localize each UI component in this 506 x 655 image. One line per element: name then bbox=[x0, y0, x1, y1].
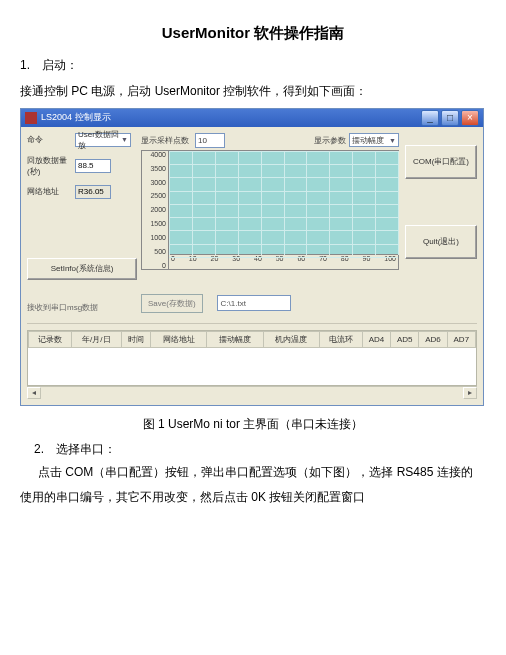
grid-line-v bbox=[306, 151, 307, 255]
grid-line-v bbox=[375, 151, 376, 255]
app-window: LS2004 控制显示 _ □ × 命令 User数据回放 ▼ 回放数据量(秒) bbox=[20, 108, 484, 406]
com-config-button[interactable]: COM(串口配置) bbox=[405, 145, 477, 179]
y-tick: 1000 bbox=[150, 234, 166, 241]
y-tick: 4000 bbox=[150, 151, 166, 158]
chart-plot: 0102030405060708090100 bbox=[169, 151, 398, 269]
table-header-cell: 网络地址 bbox=[151, 331, 207, 347]
grid-line-v bbox=[352, 151, 353, 255]
maximize-button[interactable]: □ bbox=[441, 110, 459, 126]
samples-label: 显示采样点数 bbox=[141, 135, 189, 146]
y-tick: 0 bbox=[162, 262, 166, 269]
display-param-value: 摆动幅度 bbox=[352, 135, 384, 146]
samples-value: 10 bbox=[198, 136, 207, 145]
display-param-label: 显示参数 bbox=[314, 135, 346, 146]
titlebar[interactable]: LS2004 控制显示 _ □ × bbox=[21, 109, 483, 127]
command-select[interactable]: User数据回放 ▼ bbox=[75, 133, 131, 147]
table-header-cell: 电流环 bbox=[320, 331, 363, 347]
table-header-cell: AD4 bbox=[362, 331, 390, 347]
grid-line-v bbox=[215, 151, 216, 255]
chart-panel: 显示采样点数 10 显示参数 摆动幅度 ▼ 400035003000250020… bbox=[141, 133, 399, 313]
setinfo-button[interactable]: SetInfo(系统信息) bbox=[27, 258, 137, 280]
window-title: LS2004 控制显示 bbox=[41, 111, 111, 124]
command-label: 命令 bbox=[27, 134, 71, 145]
table-header-cell: AD6 bbox=[419, 331, 447, 347]
horizontal-scrollbar[interactable]: ◂ ▸ bbox=[27, 386, 477, 399]
net-address-input[interactable] bbox=[75, 185, 111, 199]
chart-y-axis: 40003500300025002000150010005000 bbox=[142, 151, 169, 269]
samples-spinner[interactable]: 10 bbox=[195, 133, 225, 148]
app-icon bbox=[25, 112, 37, 124]
grid-line-h bbox=[169, 257, 398, 258]
step2-text-line1: 点击 COM（串口配置）按钮，弹出串口配置选项（如下图），选择 RS485 连接… bbox=[20, 464, 486, 481]
grid-line-v bbox=[284, 151, 285, 255]
scroll-right-button[interactable]: ▸ bbox=[463, 387, 477, 399]
save-path-input[interactable]: C:\1.txt bbox=[217, 295, 291, 311]
table-header-cell: AD5 bbox=[391, 331, 419, 347]
grid-line-v bbox=[192, 151, 193, 255]
net-address-label: 网络地址 bbox=[27, 186, 71, 197]
y-tick: 1500 bbox=[150, 220, 166, 227]
y-tick: 500 bbox=[154, 248, 166, 255]
playback-count-label: 回放数据量(秒) bbox=[27, 155, 71, 177]
left-panel: 命令 User数据回放 ▼ 回放数据量(秒) 网络地址 SetInfo(系统信息… bbox=[27, 133, 135, 313]
table-header-cell: 机内温度 bbox=[263, 331, 319, 347]
grid-line-v bbox=[238, 151, 239, 255]
chart-area: 40003500300025002000150010005000 0102030… bbox=[141, 150, 399, 270]
table-header-cell: 年/月/日 bbox=[71, 331, 121, 347]
save-button[interactable]: Save(存数据) bbox=[141, 294, 203, 313]
step2-header: 2. 选择串口： bbox=[34, 441, 486, 458]
playback-count-input[interactable] bbox=[75, 159, 111, 173]
table-header-cell: AD7 bbox=[447, 331, 475, 347]
grid-line-v bbox=[398, 151, 399, 255]
data-table-wrapper: 记录数年/月/日时间网络地址摆动幅度机内温度电流环AD4AD5AD6AD7 bbox=[27, 330, 477, 386]
table-header-cell: 摆动幅度 bbox=[207, 331, 263, 347]
step2-text-line2: 使用的串口编号，其它不用改变，然后点击 0K 按钮关闭配置窗口 bbox=[20, 487, 486, 507]
step1-header: 1. 启动： bbox=[20, 55, 486, 75]
figure1-caption: 图 1 UserMo ni tor 主界面（串口未连接） bbox=[0, 416, 506, 433]
y-tick: 3500 bbox=[150, 165, 166, 172]
scroll-track[interactable] bbox=[41, 387, 463, 399]
separator bbox=[27, 323, 477, 324]
close-button[interactable]: × bbox=[461, 110, 479, 126]
y-tick: 2000 bbox=[150, 206, 166, 213]
table-header-cell: 记录数 bbox=[29, 331, 72, 347]
table-header-cell: 时间 bbox=[121, 331, 150, 347]
chevron-down-icon: ▼ bbox=[121, 136, 128, 143]
table-header-row: 记录数年/月/日时间网络地址摆动幅度机内温度电流环AD4AD5AD6AD7 bbox=[29, 331, 476, 347]
display-param-select[interactable]: 摆动幅度 ▼ bbox=[349, 133, 399, 147]
recv-msg-label: 接收到串口msg数据 bbox=[27, 302, 135, 313]
grid-line-v bbox=[169, 151, 170, 255]
minimize-button[interactable]: _ bbox=[421, 110, 439, 126]
command-select-value: User数据回放 bbox=[78, 129, 121, 151]
quit-button[interactable]: Quit(退出) bbox=[405, 225, 477, 259]
data-table: 记录数年/月/日时间网络地址摆动幅度机内温度电流环AD4AD5AD6AD7 bbox=[28, 331, 476, 348]
chevron-down-icon: ▼ bbox=[389, 137, 396, 144]
y-tick: 2500 bbox=[150, 192, 166, 199]
y-tick: 3000 bbox=[150, 179, 166, 186]
doc-title: UserMonitor 软件操作指南 bbox=[0, 24, 506, 43]
right-panel: COM(串口配置) Quit(退出) bbox=[405, 133, 477, 313]
grid-line-v bbox=[261, 151, 262, 255]
grid-line-v bbox=[329, 151, 330, 255]
scroll-left-button[interactable]: ◂ bbox=[27, 387, 41, 399]
step1-text: 接通控制 PC 电源，启动 UserMonitor 控制软件，得到如下画面： bbox=[20, 81, 486, 101]
